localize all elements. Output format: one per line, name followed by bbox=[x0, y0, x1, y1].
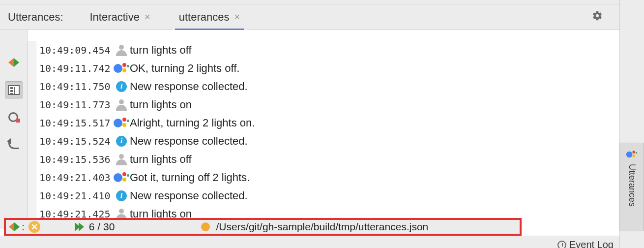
undo-button[interactable] bbox=[5, 136, 23, 154]
tab-label: Interactive bbox=[90, 11, 140, 24]
timestamp: 10:49:11.750 bbox=[39, 81, 113, 93]
gutter bbox=[28, 114, 36, 132]
log-message: New response collected. bbox=[130, 189, 248, 202]
right-tab-label: Utterances bbox=[627, 164, 637, 207]
log-message: OK, turning 2 lights off. bbox=[130, 62, 239, 75]
gutter bbox=[28, 59, 36, 77]
log-message: turn lights off bbox=[130, 44, 192, 57]
log-row[interactable]: 10:49:15.536 turn lights off bbox=[28, 150, 619, 168]
tab-bar: Utterances: Interactive × utterances × bbox=[0, 4, 619, 30]
log-row[interactable]: 10:49:11.750 i New response collected. bbox=[28, 77, 619, 95]
log-message: New response collected. bbox=[130, 80, 248, 93]
gutter bbox=[28, 41, 36, 59]
timestamp: 10:49:21.403 bbox=[39, 172, 113, 184]
panel-title: Utterances: bbox=[8, 11, 63, 24]
refresh-stop-icon bbox=[8, 112, 20, 124]
assistant-icon bbox=[114, 171, 129, 184]
log-message: turn lights on bbox=[130, 208, 192, 218]
log-row[interactable]: 10:49:21.410 i New response collected. bbox=[28, 186, 619, 205]
gutter bbox=[28, 186, 36, 205]
timestamp: 10:49:21.425 bbox=[39, 208, 113, 218]
log-message: turn lights on bbox=[130, 98, 192, 111]
log-row[interactable]: 10:49:15.524 i New response collected. bbox=[28, 132, 619, 150]
step-icon[interactable] bbox=[9, 222, 20, 231]
gutter bbox=[28, 132, 36, 150]
info-icon: i bbox=[116, 190, 127, 201]
timestamp: 10:49:15.536 bbox=[39, 154, 113, 165]
undo-icon bbox=[8, 141, 19, 149]
progress-count: 6 / 30 bbox=[89, 221, 115, 233]
log-message: turn lights off bbox=[130, 153, 192, 166]
layout-icon bbox=[8, 85, 20, 95]
gutter bbox=[28, 205, 36, 218]
log-message: Got it, turning off 2 lights. bbox=[130, 171, 250, 184]
log-viewer[interactable]: 10:49:09.454 turn lights off 10:49:11.74… bbox=[28, 30, 619, 218]
right-rail: Utterances bbox=[619, 0, 644, 248]
fast-forward-icon[interactable] bbox=[75, 222, 84, 231]
log-row[interactable]: 10:49:11.742 OK, turning 2 lights off. bbox=[28, 59, 619, 77]
timestamp: 10:49:15.524 bbox=[39, 135, 113, 147]
tab-interactive[interactable]: Interactive × bbox=[83, 4, 157, 30]
gutter bbox=[28, 168, 36, 186]
warning-dot-icon bbox=[201, 222, 210, 231]
gutter bbox=[28, 95, 36, 114]
timestamp: 10:49:15.517 bbox=[39, 117, 113, 129]
gutter bbox=[28, 150, 36, 168]
timestamp: 10:49:09.454 bbox=[39, 44, 113, 56]
right-tab-utterances[interactable]: Utterances bbox=[619, 143, 644, 231]
close-icon[interactable]: × bbox=[145, 11, 150, 23]
tab-label: utterances bbox=[179, 11, 230, 24]
gear-icon bbox=[592, 10, 603, 21]
event-log-icon bbox=[557, 241, 566, 248]
event-log-label: Event Log bbox=[569, 239, 614, 248]
assistant-icon bbox=[626, 150, 637, 159]
user-icon bbox=[116, 154, 127, 165]
bottom-bar bbox=[0, 236, 619, 248]
timestamp: 10:49:11.742 bbox=[39, 62, 113, 74]
settings-button[interactable] bbox=[592, 10, 603, 24]
toolbar-sidebar bbox=[0, 30, 28, 229]
gutter bbox=[28, 77, 36, 95]
assistant-icon bbox=[114, 62, 129, 75]
log-message: New response collected. bbox=[130, 135, 248, 148]
file-path: /Users/git/gh-sample/build/tmp/utterance… bbox=[216, 221, 428, 233]
status-bar: : ✕ 6 / 30 /Users/git/gh-sample/build/tm… bbox=[4, 218, 522, 236]
log-row[interactable]: 10:49:15.517 Alright, turning 2 lights o… bbox=[28, 114, 619, 132]
log-row[interactable]: 10:49:21.425 turn lights on bbox=[28, 205, 619, 218]
tab-utterances[interactable]: utterances × bbox=[172, 4, 247, 30]
status-separator: : bbox=[22, 221, 25, 233]
layout-button[interactable] bbox=[5, 81, 23, 99]
step-button[interactable] bbox=[5, 54, 23, 71]
user-icon bbox=[116, 208, 127, 218]
log-row[interactable]: 10:49:09.454 turn lights off bbox=[28, 41, 619, 59]
info-icon: i bbox=[116, 136, 127, 147]
event-log-button[interactable]: Event Log bbox=[557, 239, 614, 248]
timestamp: 10:49:21.410 bbox=[39, 190, 113, 202]
refresh-button[interactable] bbox=[5, 109, 23, 126]
log-row[interactable]: 10:49:11.773 turn lights on bbox=[28, 95, 619, 114]
log-row[interactable]: 10:49:21.403 Got it, turning off 2 light… bbox=[28, 168, 619, 186]
info-icon: i bbox=[116, 81, 127, 92]
log-message: Alright, turning 2 lights on. bbox=[130, 117, 255, 129]
timestamp: 10:49:11.773 bbox=[39, 99, 113, 111]
error-badge-icon[interactable]: ✕ bbox=[29, 221, 40, 233]
user-icon bbox=[116, 44, 127, 56]
assistant-icon bbox=[114, 117, 129, 129]
close-icon[interactable]: × bbox=[234, 11, 240, 23]
user-icon bbox=[116, 99, 127, 111]
step-icon bbox=[8, 58, 19, 67]
